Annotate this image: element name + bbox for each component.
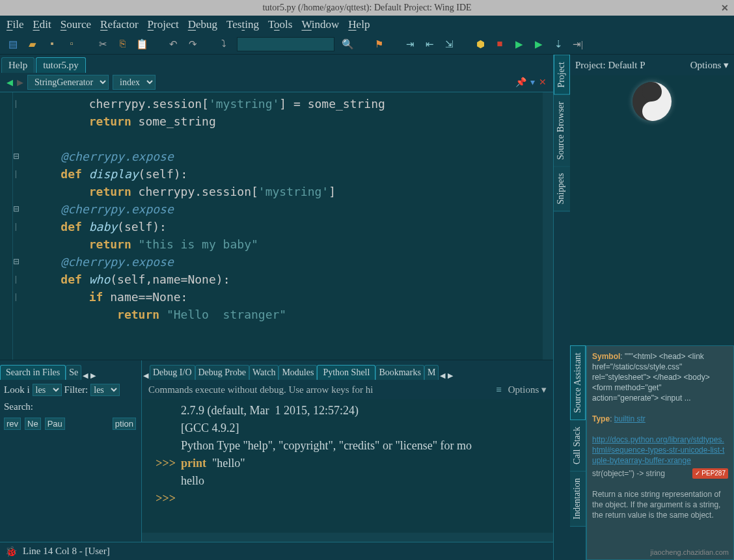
file-tab-tutor5[interactable]: tutor5.py xyxy=(36,57,86,73)
search-icon[interactable]: 🔍 xyxy=(341,38,354,51)
shell-options[interactable]: Options ▾ xyxy=(508,384,547,395)
search-panel: Search in Files Se ◀ ▶ Look i les Filter… xyxy=(0,360,142,542)
member-selector[interactable]: index xyxy=(113,75,156,90)
close-icon[interactable]: ✕ xyxy=(721,3,729,14)
cut-icon[interactable]: ✂ xyxy=(96,38,109,51)
run-file-icon[interactable]: ▶ xyxy=(513,38,526,51)
search-input[interactable] xyxy=(237,37,334,51)
shell-tabs-scroll-left-icon[interactable]: ◀ xyxy=(142,371,150,380)
bug-icon[interactable]: 🐞 xyxy=(5,546,18,557)
code-editor[interactable]: | ⊟ | ⊟ | ⊟ | | cherrypy.session['mystri… xyxy=(0,92,553,360)
menu-bar: File Edit Source Refactor Project Debug … xyxy=(0,16,734,34)
run-icon[interactable]: ▶ xyxy=(532,38,545,51)
menu-refactor[interactable]: Refactor xyxy=(100,18,139,31)
vtab-snippets[interactable]: Snippets xyxy=(554,167,570,211)
symbol-selector[interactable]: StringGenerator xyxy=(27,75,109,90)
pause-button[interactable]: Pau xyxy=(45,418,65,430)
paste-icon[interactable]: 📋 xyxy=(135,38,148,51)
menu-edit[interactable]: Edit xyxy=(33,18,51,31)
docs-link[interactable]: http://docs.python.org/library/stdtypes.… xyxy=(592,435,724,465)
shell-menu-icon[interactable]: ≡ xyxy=(496,384,501,395)
watermark: jiaocheng.chazidian.com xyxy=(651,548,729,556)
menu-testing[interactable]: Testing xyxy=(226,18,259,31)
main-toolbar: ▤ ▰ ▪ ▫ ✂ ⎘ 📋 ↶ ↷ ⤵ 🔍 ⚑ ⇥ ⇤ ⇲ ⬢ ■ ▶ ▶ ⇣ … xyxy=(0,34,734,55)
editor-nav: ◀ ▶ StringGenerator index 📌 ▾ ✕ xyxy=(0,73,553,92)
tabs-scroll-right-icon[interactable]: ▶ xyxy=(89,371,97,380)
project-title: Project: Default P xyxy=(575,60,645,71)
file-tab-bar: Help tutor5.py xyxy=(0,55,553,73)
menu-help[interactable]: Help xyxy=(348,18,370,31)
nav-back-icon[interactable]: ◀ xyxy=(7,77,13,88)
python-icon[interactable]: ⬢ xyxy=(474,38,487,51)
tab-search-partial[interactable]: Se xyxy=(66,365,81,380)
pin-icon[interactable]: 📌 xyxy=(515,77,526,88)
title-bar: tutor5.py (/home/gaoy/qttest): Default P… xyxy=(0,0,734,16)
vtab-source-assistant[interactable]: Source Assistant xyxy=(570,345,586,420)
tab-modules[interactable]: Modules xyxy=(279,365,317,380)
menu-debug[interactable]: Debug xyxy=(188,18,217,31)
prev-button[interactable]: rev xyxy=(4,418,21,430)
pause-icon[interactable]: ⇣ xyxy=(552,38,565,51)
menu-project[interactable]: Project xyxy=(148,18,179,31)
options-button[interactable]: ption xyxy=(113,418,136,430)
shell-tabs-scroll-left2-icon[interactable]: ◀ xyxy=(439,371,446,380)
tab-bookmarks[interactable]: Bookmarks xyxy=(375,365,424,380)
new-file-icon[interactable]: ▤ xyxy=(7,38,20,51)
cursor-position: Line 14 Col 8 - [User] xyxy=(23,546,110,557)
menu-file[interactable]: File xyxy=(7,18,23,31)
shell-scrollbar-h[interactable] xyxy=(142,533,553,542)
tab-search-in-files[interactable]: Search in Files xyxy=(0,365,66,380)
menu-tools[interactable]: Tools xyxy=(268,18,293,31)
tab-debug-io[interactable]: Debug I/O xyxy=(150,365,195,380)
nav-fwd-icon[interactable]: ▶ xyxy=(17,77,23,88)
editor-scrollbar[interactable] xyxy=(543,92,553,360)
vtab-indentation[interactable]: Indentation xyxy=(570,472,586,527)
filter-select[interactable]: les xyxy=(90,384,120,396)
file-tab-help[interactable]: Help xyxy=(1,57,34,73)
copy-icon[interactable]: ⎘ xyxy=(116,38,129,51)
continue-icon[interactable]: ⇥| xyxy=(571,38,584,51)
project-body xyxy=(570,75,734,345)
look-in-select[interactable]: les xyxy=(33,384,62,396)
close-editor-icon[interactable]: ✕ xyxy=(539,77,547,88)
editor-gutter xyxy=(0,92,13,360)
menu-source[interactable]: Source xyxy=(61,18,91,31)
undo-icon[interactable]: ↶ xyxy=(167,38,180,51)
vtab-project[interactable]: Project xyxy=(554,55,570,95)
open-icon[interactable]: ▰ xyxy=(26,38,39,51)
vtab-call-stack[interactable]: Call Stack xyxy=(570,420,586,472)
step-out-icon[interactable]: ⇲ xyxy=(442,38,455,51)
step-over-icon[interactable]: ⇥ xyxy=(403,38,416,51)
save-icon[interactable]: ▪ xyxy=(46,38,59,51)
breakpoint-icon[interactable]: ⚑ xyxy=(372,38,385,51)
redo-icon[interactable]: ↷ xyxy=(186,38,199,51)
menu-window[interactable]: Window xyxy=(301,18,339,31)
search-label: Search: xyxy=(4,401,33,412)
type-link[interactable]: builtin str xyxy=(614,414,646,423)
type-key: Type xyxy=(592,414,610,423)
filter-label: Filter: xyxy=(64,384,88,395)
tab-m-partial[interactable]: M xyxy=(424,365,439,380)
yinyang-icon xyxy=(632,82,672,121)
look-in-label: Look i xyxy=(4,384,30,395)
doc-text: Return a nice string representation of t… xyxy=(592,489,728,520)
shell-tabs-scroll-right-icon[interactable]: ▶ xyxy=(446,371,454,380)
save-all-icon[interactable]: ▫ xyxy=(65,38,78,51)
vtab-source-browser[interactable]: Source Browser xyxy=(554,95,570,167)
tabs-scroll-left-icon[interactable]: ◀ xyxy=(81,371,89,380)
tab-watch[interactable]: Watch xyxy=(249,365,279,380)
step-into-icon[interactable]: ⇤ xyxy=(423,38,436,51)
tab-python-shell[interactable]: Python Shell xyxy=(317,365,375,380)
window-title: tutor5.py (/home/gaoy/qttest): Default P… xyxy=(262,3,471,13)
dropdown-icon[interactable]: ▾ xyxy=(530,77,535,88)
next-button[interactable]: Ne xyxy=(25,418,41,430)
project-options[interactable]: Options ▾ xyxy=(690,59,729,71)
tab-debug-probe[interactable]: Debug Probe xyxy=(195,365,250,380)
signature: str(object='') -> string xyxy=(592,469,665,478)
shell-hint: Commands execute without debug. Use arro… xyxy=(148,384,489,395)
pep-badge: ✓ PEP287 xyxy=(692,468,728,479)
shell-body[interactable]: 2.7.9 (default, Mar 1 2015, 12:57:24) [G… xyxy=(142,399,553,542)
status-bar: 🐞 Line 14 Col 8 - [User] xyxy=(0,542,553,560)
goto-icon[interactable]: ⤵ xyxy=(217,38,230,51)
stop-icon[interactable]: ■ xyxy=(493,38,506,51)
